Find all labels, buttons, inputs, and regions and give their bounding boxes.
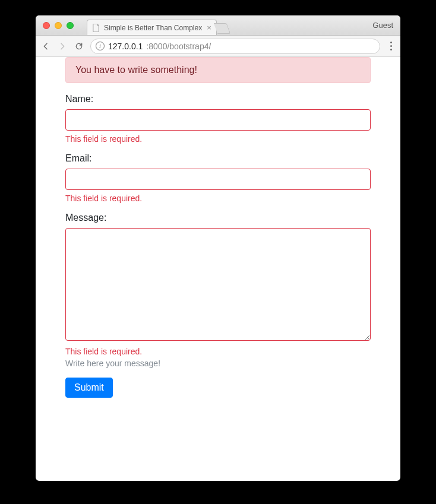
back-button[interactable]: [40, 41, 51, 52]
browser-menu-button[interactable]: [386, 39, 396, 53]
name-error: This field is required.: [65, 134, 371, 144]
page-icon: [92, 24, 100, 32]
message-error: This field is required.: [65, 347, 371, 356]
close-tab-icon[interactable]: ×: [207, 23, 211, 32]
titlebar: Simple is Better Than Complex × Guest: [36, 15, 400, 36]
site-info-icon[interactable]: i: [96, 42, 105, 50]
name-label: Name:: [65, 94, 371, 104]
window-controls: [36, 22, 74, 29]
error-alert: You have to write something!: [65, 57, 371, 83]
minimize-window-icon[interactable]: [55, 22, 62, 29]
browser-tab[interactable]: Simple is Better Than Complex ×: [87, 20, 217, 35]
url-path: :8000/bootstrap4/: [146, 42, 211, 51]
forward-button[interactable]: [57, 41, 68, 52]
address-bar[interactable]: i 127.0.0.1:8000/bootstrap4/: [90, 39, 380, 54]
alert-message: You have to write something!: [75, 65, 197, 75]
message-label: Message:: [65, 213, 371, 223]
browser-window: Simple is Better Than Complex × Guest i …: [36, 15, 400, 481]
email-label: Email:: [65, 153, 371, 164]
url-host: 127.0.0.1: [108, 42, 143, 51]
submit-button[interactable]: Submit: [65, 378, 113, 398]
email-input[interactable]: [65, 169, 371, 190]
name-field-group: Name: This field is required.: [65, 94, 371, 144]
tab-title: Simple is Better Than Complex: [104, 24, 202, 32]
profile-label[interactable]: Guest: [372, 21, 393, 30]
email-field-group: Email: This field is required.: [65, 153, 371, 203]
name-input[interactable]: [65, 109, 371, 131]
browser-toolbar: i 127.0.0.1:8000/bootstrap4/: [36, 36, 400, 57]
email-error: This field is required.: [65, 194, 371, 203]
page-content: You have to write something! Name: This …: [36, 57, 400, 481]
message-help: Write here your message!: [65, 359, 371, 368]
message-field-group: Message: This field is required. Write h…: [65, 213, 371, 368]
close-window-icon[interactable]: [43, 22, 50, 29]
message-textarea[interactable]: [65, 228, 371, 341]
maximize-window-icon[interactable]: [67, 22, 74, 29]
reload-button[interactable]: [74, 41, 84, 52]
